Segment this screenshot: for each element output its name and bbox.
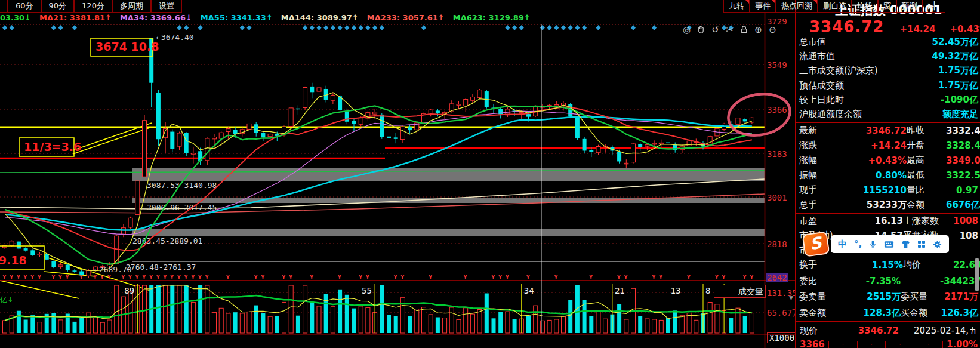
panel-value: 1.15%	[846, 260, 903, 270]
svg-text:Y: Y	[10, 273, 14, 281]
svg-text:Y: Y	[365, 273, 369, 281]
eye-icon[interactable]: ◎	[682, 25, 692, 35]
ma-label-3: MA55: 3341.33↑	[201, 13, 273, 24]
svg-text:13: 13	[671, 286, 681, 295]
menu-item-4[interactable]: 均线	[852, 0, 878, 13]
ma-label-5: MA233: 3057.61↑	[367, 13, 445, 24]
panel-value: +14.24	[834, 140, 907, 151]
panel-value: 2515万	[841, 291, 901, 303]
skin-icon[interactable]	[901, 240, 910, 248]
panel-row: 预估成交额1.75万亿	[796, 78, 980, 93]
last-price: 3346.72	[809, 18, 884, 36]
scale-slider[interactable]: ∶∶∶∶	[828, 341, 943, 348]
axis-label-3001: 3001	[767, 193, 787, 202]
svg-text:Y: Y	[177, 273, 181, 281]
zoom-out-icon[interactable]: ⊖	[768, 25, 778, 35]
svg-text:Y: Y	[310, 273, 314, 281]
date-label: 2025-02-14,五	[899, 325, 978, 337]
svg-text:Y: Y	[2, 273, 7, 281]
chinese-mode-icon[interactable]: 中	[838, 239, 847, 250]
axis-label-2818: 2818	[767, 239, 787, 249]
menu-item-2[interactable]: 热点回溯	[776, 0, 818, 13]
panel-row: 较上日此时-1090亿	[796, 93, 980, 107]
panel-value: -7.35%	[841, 276, 901, 287]
svg-text:←3674.40: ←3674.40	[156, 33, 194, 42]
tab-0[interactable]: 分	[0, 0, 8, 13]
toolbox-icon[interactable]	[917, 240, 926, 248]
panel-value: 108	[953, 230, 978, 241]
svg-text:Y: Y	[359, 273, 363, 281]
chart-menubar: 九转事件热点回溯删自选均线窗预测▶▏	[723, 0, 945, 13]
price-axis: ▼ 3729354933663183300128182642131.35万65.…	[765, 0, 795, 348]
tab-4[interactable]: 多周期	[112, 0, 151, 13]
svg-text:Y: Y	[226, 273, 230, 281]
panel-scrollbar[interactable]	[975, 258, 979, 291]
svg-text:Y: Y	[254, 273, 258, 281]
svg-text:Y: Y	[184, 273, 188, 281]
panel-value: 3332.48	[946, 125, 980, 136]
svg-text:Y: Y	[282, 273, 286, 281]
ma-values-row: 03.30↓MA21: 3381.81↑MA34: 3369.66↓MA55: …	[0, 13, 764, 24]
hand-icon[interactable]	[696, 25, 706, 35]
svg-text:Y: Y	[149, 273, 153, 281]
svg-text:Y: Y	[498, 273, 503, 281]
scissors-icon[interactable]: ✂	[725, 25, 735, 35]
menu-item-1[interactable]: 事件	[750, 0, 776, 13]
svg-text:Y: Y	[589, 273, 593, 281]
svg-text:Y: Y	[429, 273, 433, 281]
menu-item-3[interactable]: 删自选	[818, 0, 852, 13]
svg-text:Y: Y	[156, 273, 160, 281]
axis-label-3366: 3366	[767, 105, 787, 115]
svg-text:Y: Y	[93, 273, 97, 281]
panel-row: 最新3346.72昨收3332.48	[796, 123, 980, 138]
panel-value: 52.45万亿	[893, 36, 978, 48]
panel-row: 委比-7.35%-3442372	[796, 273, 980, 290]
tab-2[interactable]: 90分	[41, 0, 75, 13]
scale-pct: 1.00%	[947, 339, 978, 348]
period-tabbar: 分60分90分120分多周期设置	[0, 0, 795, 13]
settings-gear-icon[interactable]	[933, 240, 942, 249]
zoom-in-icon[interactable]: ⊕	[753, 25, 763, 35]
punctuation-icon[interactable]: °,	[854, 239, 862, 250]
undo-icon[interactable]: ↺	[710, 25, 720, 35]
volume-pane-title[interactable]: 成交量	[714, 285, 766, 298]
price-change: +14.24	[899, 24, 935, 35]
panel-value: 16.13	[846, 215, 903, 226]
panel-row: 总手53233万金额6676亿	[796, 198, 980, 213]
menu-item-5[interactable]: 窗	[878, 0, 896, 13]
sogou-logo-icon[interactable]: S	[802, 231, 830, 257]
svg-text:Y: Y	[79, 273, 84, 281]
svg-text:Y: Y	[198, 273, 202, 281]
svg-text:Y: Y	[142, 273, 146, 281]
svg-text:Y: Y	[617, 273, 621, 281]
tab-5[interactable]: 设置	[151, 0, 182, 13]
svg-text:←2689.70: ←2689.70	[94, 265, 132, 274]
svg-text:8: 8	[705, 286, 710, 295]
panel-value: 0.80%	[834, 170, 907, 181]
svg-text:3000.96-3017.45: 3000.96-3017.45	[147, 203, 217, 212]
svg-text:Y: Y	[400, 273, 405, 281]
keyboard-icon[interactable]	[884, 241, 894, 248]
svg-text:55: 55	[362, 286, 372, 295]
price-change-pct: +0.43%	[950, 24, 980, 35]
panel-value: 2171万	[940, 291, 978, 303]
svg-text:Y: Y	[170, 273, 174, 281]
menu-item-0[interactable]: 九转	[723, 0, 750, 13]
svg-text:34: 34	[524, 286, 534, 295]
panel-row: 总市值52.45万亿	[796, 35, 980, 49]
tab-3[interactable]: 120分	[74, 0, 112, 13]
axis-label-2642: 2642	[766, 273, 788, 282]
axis-label-3183: 3183	[767, 149, 787, 159]
collapse-panel-icon[interactable]: ▶▏	[923, 0, 945, 13]
svg-text:Y: Y	[722, 273, 726, 281]
menu-item-6[interactable]: 预测	[896, 0, 923, 13]
panel-row: 涨幅+0.43%最高3349.08	[796, 153, 980, 168]
lock-icon[interactable]	[739, 25, 749, 35]
svg-text:Y: Y	[38, 273, 42, 281]
svg-text:Y: Y	[491, 273, 495, 281]
tab-1[interactable]: 60分	[8, 0, 41, 13]
candlestick-chart[interactable]: 3087.53-3140.983000.96-3017.452863.45-28…	[0, 0, 795, 348]
svg-text:Y: Y	[289, 273, 293, 281]
panel-row: 涨跌+14.24开盘3328.48	[796, 138, 980, 153]
microphone-icon[interactable]	[869, 240, 877, 249]
